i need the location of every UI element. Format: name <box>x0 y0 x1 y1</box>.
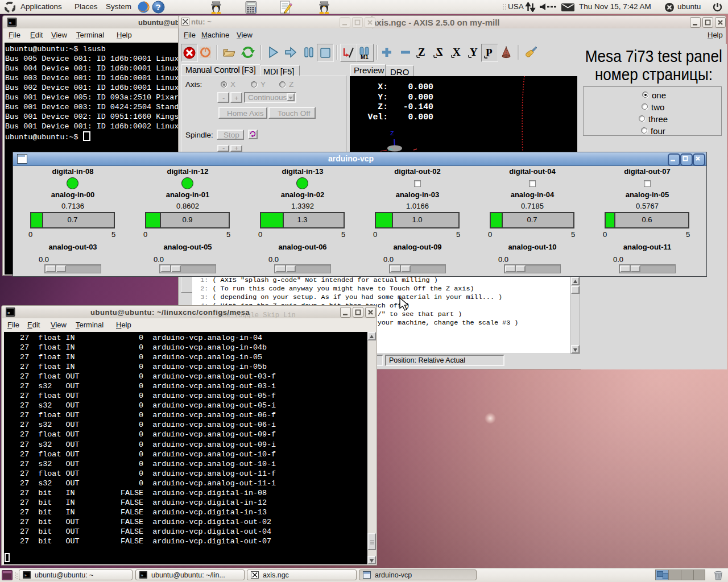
svg-text:»: » <box>24 573 27 578</box>
svg-text:P: P <box>486 47 493 59</box>
svg-text:?: ? <box>156 2 161 12</box>
svg-text:M1: M1 <box>361 54 369 60</box>
svg-text:»: » <box>7 310 10 315</box>
svg-text:»: » <box>9 20 12 26</box>
svg-text:Z: Z <box>418 46 425 58</box>
svg-text:Z: Z <box>436 46 443 58</box>
svg-text:Y: Y <box>470 46 478 58</box>
svg-text:»: » <box>141 573 143 578</box>
svg-text:X: X <box>453 46 461 58</box>
svg-text:Z: Z <box>390 130 394 137</box>
